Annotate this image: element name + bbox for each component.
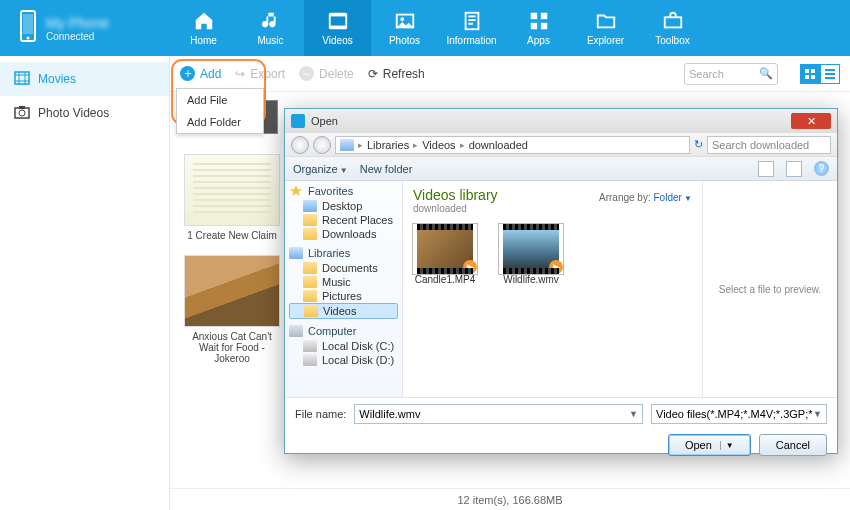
- disk-icon: [303, 340, 317, 352]
- sidebar-item-movies[interactable]: Movies: [0, 62, 169, 96]
- dialog-title: Open: [311, 115, 338, 127]
- film-icon: [14, 71, 30, 88]
- organize-button[interactable]: Organize: [293, 163, 348, 175]
- refresh-icon[interactable]: ↻: [694, 138, 703, 151]
- chevron-down-icon[interactable]: ▼: [813, 409, 822, 419]
- open-button[interactable]: Open▼: [668, 434, 751, 456]
- view-options-button[interactable]: [758, 161, 774, 177]
- sidebar-item-label: Movies: [38, 72, 76, 86]
- open-file-dialog: Open ✕ ▸ Libraries▸ Videos▸ downloaded ↻…: [284, 108, 838, 454]
- nav-explorer[interactable]: Explorer: [572, 0, 639, 56]
- file-thumbnail: ▶: [413, 224, 477, 274]
- tree-computer[interactable]: Computer: [289, 325, 398, 337]
- svg-rect-21: [811, 75, 815, 79]
- arrange-by-dropdown[interactable]: Folder: [654, 192, 693, 203]
- search-icon: 🔍: [759, 67, 773, 80]
- sidebar-item-label: Photo Videos: [38, 106, 109, 120]
- nav-photos[interactable]: Photos: [371, 0, 438, 56]
- topbar: My Phone Connected Home Music Videos Pho…: [0, 0, 850, 56]
- tree-desktop[interactable]: Desktop: [289, 199, 398, 213]
- svg-rect-19: [811, 69, 815, 73]
- svg-rect-18: [805, 69, 809, 73]
- svg-rect-22: [825, 69, 835, 71]
- video-thumbnail: [184, 255, 280, 327]
- back-button[interactable]: [291, 136, 309, 154]
- nav-music[interactable]: Music: [237, 0, 304, 56]
- svg-rect-11: [530, 23, 536, 29]
- add-button[interactable]: ＋ Add: [180, 66, 221, 81]
- chevron-down-icon[interactable]: ▼: [629, 409, 638, 419]
- tree-pictures[interactable]: Pictures: [289, 289, 398, 303]
- new-folder-button[interactable]: New folder: [360, 163, 413, 175]
- tree-documents[interactable]: Documents: [289, 261, 398, 275]
- dialog-titlebar[interactable]: Open ✕: [285, 109, 837, 133]
- file-item[interactable]: ▶ Candle1.MP4: [413, 224, 477, 285]
- help-icon[interactable]: ?: [814, 161, 829, 176]
- add-file-menuitem[interactable]: Add File: [177, 89, 263, 111]
- device-name: My Phone: [46, 15, 109, 31]
- plus-icon: ＋: [180, 66, 195, 81]
- file-thumbnail: ▶: [499, 224, 563, 274]
- filetype-filter[interactable]: Video files(*.MP4;*.M4V;*.3GP;*▼: [651, 404, 827, 424]
- library-icon: [340, 139, 354, 151]
- list-view-button[interactable]: [820, 64, 840, 84]
- video-item[interactable]: Anxious Cat Can't Wait for Food - Jokero…: [182, 255, 282, 364]
- svg-rect-4: [329, 14, 346, 17]
- tree-favorites[interactable]: Favorites: [289, 185, 398, 197]
- grid-view-button[interactable]: [800, 64, 820, 84]
- nav-videos[interactable]: Videos: [304, 0, 371, 56]
- search-input[interactable]: Search🔍: [684, 63, 778, 85]
- nav-toolbox[interactable]: Toolbox: [639, 0, 706, 56]
- filename-input[interactable]: Wildlife.wmv▼: [354, 404, 643, 424]
- disk-icon: [303, 354, 317, 366]
- library-subheading: downloaded: [413, 203, 692, 214]
- nav-information[interactable]: Information: [438, 0, 505, 56]
- chevron-down-icon[interactable]: ▼: [720, 441, 734, 450]
- camera-icon: [14, 105, 30, 122]
- refresh-button[interactable]: ⟳Refresh: [368, 67, 425, 81]
- toolbar: ＋ Add Add File Add Folder ➤ ↪Export −Del…: [170, 56, 850, 92]
- cancel-button[interactable]: Cancel: [759, 434, 827, 456]
- nav-tree: Favorites Desktop Recent Places Download…: [285, 181, 403, 397]
- svg-rect-12: [540, 23, 546, 29]
- video-thumbnail: [184, 154, 280, 226]
- delete-button[interactable]: −Delete: [299, 66, 354, 81]
- status-bar: 12 item(s), 166.68MB: [170, 488, 850, 510]
- nav-apps[interactable]: Apps: [505, 0, 572, 56]
- file-list: Videos library downloaded Arrange by: Fo…: [403, 181, 703, 397]
- preview-pane: Select a file to preview.: [703, 181, 837, 397]
- device-panel[interactable]: My Phone Connected: [0, 10, 170, 46]
- tree-libraries[interactable]: Libraries: [289, 247, 398, 259]
- folder-icon: [303, 214, 317, 226]
- add-folder-menuitem[interactable]: Add Folder: [177, 111, 263, 133]
- sidebar-item-photovideos[interactable]: Photo Videos: [0, 96, 169, 130]
- svg-point-16: [19, 110, 25, 116]
- folder-icon: [303, 228, 317, 240]
- export-button[interactable]: ↪Export: [235, 67, 285, 81]
- nav-home[interactable]: Home: [170, 0, 237, 56]
- folder-icon: [303, 276, 317, 288]
- app-icon: [291, 114, 305, 128]
- tree-disk-d[interactable]: Local Disk (D:): [289, 353, 398, 367]
- close-button[interactable]: ✕: [791, 113, 831, 129]
- folder-icon: [303, 262, 317, 274]
- folder-icon: [304, 305, 318, 317]
- video-item[interactable]: 1 Create New Claim: [182, 154, 282, 241]
- breadcrumb[interactable]: ▸ Libraries▸ Videos▸ downloaded: [335, 136, 690, 154]
- desktop-icon: [303, 200, 317, 212]
- preview-pane-button[interactable]: [786, 161, 802, 177]
- device-status: Connected: [46, 31, 109, 42]
- library-icon: [289, 247, 303, 259]
- folder-icon: [303, 290, 317, 302]
- tree-videos[interactable]: Videos: [289, 303, 398, 319]
- file-item[interactable]: ▶ Wildlife.wmv: [499, 224, 563, 285]
- arrange-by: Arrange by: Folder: [599, 192, 692, 203]
- tree-music[interactable]: Music: [289, 275, 398, 289]
- dialog-search-input[interactable]: Search downloaded: [707, 136, 831, 154]
- file-label: Wildlife.wmv: [503, 274, 559, 285]
- computer-icon: [289, 325, 303, 337]
- tree-downloads[interactable]: Downloads: [289, 227, 398, 241]
- tree-recent[interactable]: Recent Places: [289, 213, 398, 227]
- forward-button[interactable]: [313, 136, 331, 154]
- tree-disk-c[interactable]: Local Disk (C:): [289, 339, 398, 353]
